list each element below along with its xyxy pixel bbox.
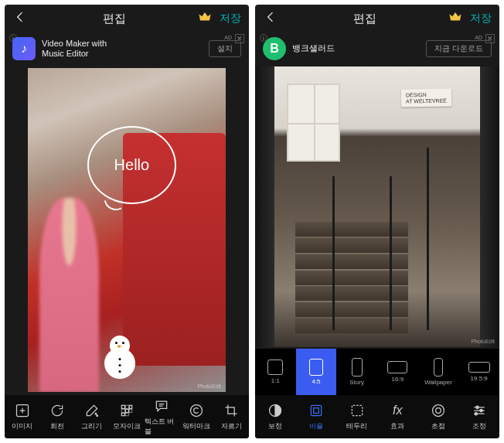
svg-rect-7: [129, 405, 131, 408]
window-shape: [287, 83, 340, 162]
tool-border[interactable]: 테두리: [336, 395, 377, 438]
person-shape: [39, 198, 99, 392]
bottom-toolbar: 보정 비율 테두리 fx 효과 초점 조정: [255, 395, 499, 438]
watermark-text: PhotoEdit: [472, 339, 495, 344]
phone-left: 편집 저장 i AD ✕ Video Maker with Music Edit…: [5, 5, 249, 438]
adjust-icon: [267, 402, 284, 419]
tool-image[interactable]: 이미지: [5, 395, 39, 438]
ad-title: Video Maker with Music Editor: [42, 39, 203, 59]
tool-label: 이미지: [12, 421, 32, 431]
ad-title-line1: Video Maker with: [42, 39, 203, 49]
svg-rect-10: [129, 409, 131, 412]
ad-close-icon[interactable]: ✕: [235, 34, 244, 43]
ratio-label: Wallpaper: [424, 379, 452, 386]
svg-rect-18: [314, 408, 319, 414]
sign-shape: DESIGN AT WELTEVREE: [400, 88, 451, 107]
tool-label: 보정: [268, 421, 282, 431]
svg-point-3: [95, 413, 97, 414]
aspect-ratio-icon: [308, 402, 325, 419]
ad-label: AD: [224, 35, 232, 40]
speech-bubble-overlay[interactable]: Hello: [87, 126, 176, 204]
svg-point-20: [436, 408, 441, 414]
photo-preview: DESIGN AT WELTEVREE PhotoEdit: [255, 66, 499, 347]
chevron-left-icon: [12, 9, 28, 25]
ratio-label: Story: [349, 379, 364, 386]
ratio-icon: [387, 361, 407, 373]
tool-fx[interactable]: fx 효과: [377, 395, 418, 438]
brush-icon: [83, 402, 100, 419]
back-button[interactable]: [263, 9, 281, 29]
ratio-icon: [267, 360, 283, 375]
chevron-left-icon: [263, 9, 278, 25]
svg-rect-11: [121, 413, 124, 415]
save-button[interactable]: 저장: [470, 12, 492, 26]
tool-watermark[interactable]: 워터마크: [179, 395, 214, 438]
photo-preview: Hello PhotoEdit: [28, 68, 226, 392]
svg-point-26: [480, 409, 482, 411]
tool-label: 조정: [472, 421, 486, 431]
svg-rect-9: [125, 409, 128, 412]
ratio-icon: [468, 362, 490, 373]
editor-canvas[interactable]: DESIGN AT WELTEVREE PhotoEdit: [255, 65, 499, 349]
tool-adjust[interactable]: 보정: [255, 395, 296, 438]
crown-icon[interactable]: [448, 10, 462, 27]
editor-canvas[interactable]: Hello PhotoEdit: [5, 65, 249, 395]
svg-rect-5: [121, 405, 124, 408]
svg-rect-17: [311, 405, 321, 415]
ratio-label: 1:1: [271, 377, 280, 384]
tool-text-bubble[interactable]: 텍스트 버블: [145, 395, 179, 438]
crop-shade-right: [480, 66, 499, 347]
tool-label: 비율: [309, 421, 323, 431]
tool-mosaic[interactable]: 모자이크: [109, 395, 144, 438]
ratio-4-5[interactable]: 4:5: [296, 349, 337, 395]
ratio-label: 4:5: [312, 378, 320, 385]
tool-ratio[interactable]: 비율: [296, 395, 337, 438]
border-icon: [349, 402, 366, 419]
watermark-text: PhotoEdit: [198, 383, 221, 389]
ad-banner[interactable]: i AD ✕ Video Maker with Music Editor 설치: [5, 32, 249, 65]
sliders-icon: [471, 402, 488, 419]
ratio-19-5-9[interactable]: 19.5:9: [458, 349, 499, 395]
focus-icon: [430, 402, 447, 419]
tool-label: 효과: [390, 421, 404, 431]
svg-point-15: [191, 405, 203, 417]
svg-point-4: [97, 415, 98, 417]
ad-title: 뱅크샐러드: [292, 43, 420, 53]
ad-banner[interactable]: i AD ✕ B 뱅크샐러드 지금 다운로드: [255, 32, 499, 65]
page-title: 편집: [281, 12, 448, 26]
save-button[interactable]: 저장: [220, 12, 241, 26]
tool-tune[interactable]: 조정: [458, 395, 499, 438]
tool-focus[interactable]: 초점: [418, 395, 459, 438]
ratio-icon: [309, 359, 323, 376]
back-button[interactable]: [12, 9, 31, 29]
tool-rotate[interactable]: 회전: [39, 395, 74, 438]
phone-right: 편집 저장 i AD ✕ B 뱅크샐러드 지금 다운로드 DESIGN AT W…: [255, 5, 499, 438]
ratio-story[interactable]: Story: [336, 349, 377, 395]
copyright-icon: [188, 402, 205, 419]
ad-cta-button[interactable]: 지금 다운로드: [426, 40, 492, 57]
ratio-16-9[interactable]: 16:9: [377, 349, 418, 395]
tool-label: 자르기: [221, 421, 242, 431]
sign-line2: AT WELTEVREE: [406, 97, 447, 104]
svg-rect-12: [125, 413, 128, 415]
svg-point-27: [475, 413, 477, 415]
ratio-wallpaper[interactable]: Wallpaper: [418, 349, 459, 395]
tool-crop[interactable]: 자르기: [214, 395, 249, 438]
ratio-icon: [352, 358, 363, 377]
svg-point-25: [476, 406, 478, 408]
tool-label: 테두리: [346, 421, 367, 431]
tool-draw[interactable]: 그리기: [74, 395, 109, 438]
ad-info-icon[interactable]: i: [260, 34, 267, 42]
ad-label: AD: [475, 35, 482, 40]
image-add-icon: [14, 402, 31, 419]
ratio-1-1[interactable]: 1:1: [255, 349, 296, 395]
header: 편집 저장: [5, 5, 249, 32]
tool-label: 초점: [431, 421, 445, 431]
crown-icon[interactable]: [198, 10, 212, 27]
header: 편집 저장: [255, 5, 499, 32]
snowman-sticker[interactable]: [103, 331, 137, 379]
ad-close-icon[interactable]: ✕: [485, 34, 495, 43]
tool-label: 텍스트 버블: [145, 417, 179, 437]
tool-label: 워터마크: [182, 421, 210, 431]
bottom-toolbar: 이미지 회전 그리기 모자이크 텍스트 버블: [5, 395, 249, 438]
